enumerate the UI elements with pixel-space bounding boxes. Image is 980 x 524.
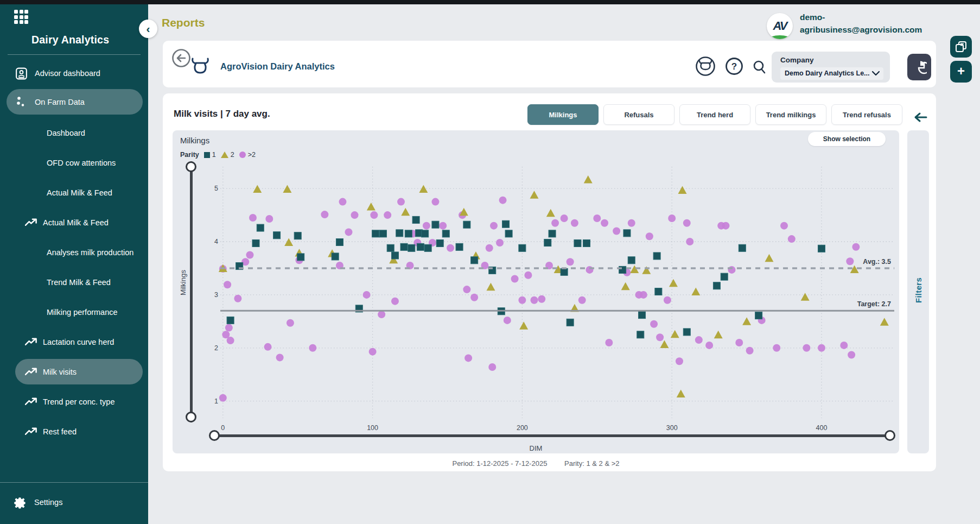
- sidebar-item-analyses-milk-production[interactable]: Analyses milk production: [0, 237, 148, 267]
- sidebar-item-rest-feed[interactable]: Rest feed: [0, 416, 148, 446]
- tab-refusals[interactable]: Refusals: [603, 104, 674, 125]
- y-slider-handle-bottom[interactable]: [186, 412, 196, 422]
- sidebar-item-trend-milk-feed[interactable]: Trend Milk & Feed: [0, 267, 148, 297]
- report-tabs: MilkingsRefusalsTrend herdTrend milkings…: [527, 104, 902, 125]
- back-arrow-icon[interactable]: [171, 48, 191, 68]
- sidebar-item-label: Milking performance: [47, 308, 118, 317]
- report-card: Milk visits | 7 day avg. MilkingsRefusal…: [163, 93, 936, 471]
- dots-icon: [14, 96, 28, 108]
- window-top-strip: [0, 0, 980, 4]
- tab-trend-herd[interactable]: Trend herd: [679, 104, 750, 125]
- sidebar-item-on-farm-data[interactable]: On Farm Data: [7, 89, 143, 115]
- x-slider-handle-left[interactable]: [209, 430, 220, 441]
- sidebar-item-actual-milk-feed[interactable]: Actual Milk & Feed: [0, 178, 148, 207]
- sidebar-divider: [8, 54, 141, 55]
- sidebar-item-label: OFD cow attentions: [47, 159, 116, 167]
- square-marker-swatch: [204, 152, 210, 158]
- svg-text:400: 400: [816, 424, 828, 432]
- chart-panel: Milkings Show selection Parity 12>2 Milk…: [173, 130, 899, 453]
- trend-icon: [24, 427, 38, 436]
- legend-item-parity-1: 1: [204, 151, 216, 159]
- toolbar-card: AgroVision Dairy Analytics ? Company Dem…: [163, 41, 936, 87]
- sidebar-item-trend-per-conc-type[interactable]: Trend per conc. type: [0, 387, 148, 416]
- sidebar-item-lactation-curve-herd[interactable]: Lactation curve herd: [0, 327, 148, 357]
- x-range-slider[interactable]: [214, 434, 890, 437]
- chart-legend: Parity 12>2: [180, 151, 256, 159]
- series-parity-2-points: [219, 175, 889, 397]
- sidebar-item-label: Trend per conc. type: [43, 397, 114, 406]
- user-email[interactable]: demo- agribusiness@agrovision.com: [800, 11, 941, 36]
- sidebar-item-milk-visits[interactable]: Milk visits: [15, 359, 143, 384]
- footer-parity: Parity: 1 & 2 & >2: [564, 459, 620, 468]
- pie-chart-button[interactable]: [907, 54, 931, 80]
- svg-text:300: 300: [666, 424, 678, 432]
- sidebar-item-dashboard[interactable]: Dashboard: [0, 118, 148, 148]
- target-line-label: Target: 2.7: [857, 300, 891, 308]
- sidebar-item-label: Rest feed: [43, 427, 77, 436]
- footer-period: Period: 1-12-2025 - 7-12-2025: [452, 459, 547, 468]
- sidebar-item-milking-performance[interactable]: Milking performance: [0, 297, 148, 327]
- tab-milkings[interactable]: Milkings: [527, 104, 599, 125]
- svg-text:100: 100: [367, 424, 378, 432]
- gear-icon: [13, 495, 27, 510]
- tab-trend-refusals[interactable]: Trend refusals: [831, 104, 902, 125]
- sidebar-item-label: Milk visits: [43, 368, 77, 376]
- x-axis-label: DIM: [173, 444, 899, 452]
- chart-footer: Period: 1-12-2025 - 7-12-2025 Parity: 1 …: [173, 459, 899, 468]
- svg-text:?: ?: [731, 61, 737, 72]
- y-range-slider[interactable]: [190, 161, 193, 422]
- circle-marker-swatch: [239, 151, 246, 158]
- help-icon[interactable]: ?: [724, 56, 744, 78]
- avatar-initials: AV: [773, 19, 787, 33]
- report-pages-button[interactable]: [950, 36, 972, 58]
- sidebar-item-advisor-dashboard[interactable]: Advisor dashboard: [0, 61, 148, 86]
- company-label: Company: [780, 56, 883, 64]
- sidebar-item-ofd-cow-attentions[interactable]: OFD cow attentions: [0, 148, 148, 178]
- page-title: Reports: [162, 16, 205, 29]
- sidebar-item-label: Lactation curve herd: [43, 338, 114, 346]
- sidebar-item-label: Dashboard: [47, 129, 85, 137]
- chart-title: Milkings: [180, 136, 209, 145]
- sidebar-item-label: Actual Milk & Feed: [43, 218, 109, 227]
- trend-icon: [24, 338, 38, 346]
- y-axis-label: Milkings: [179, 242, 187, 324]
- filters-expand-arrow-icon[interactable]: [913, 111, 927, 125]
- legend-item-label: >2: [248, 151, 256, 159]
- company-dropdown[interactable]: Company Demo Dairy Analytics Le...: [772, 52, 890, 83]
- add-button[interactable]: +: [950, 61, 972, 83]
- triangle-marker-swatch: [221, 151, 228, 158]
- sidebar-item-label: Advisor dashboard: [35, 69, 100, 78]
- trend-icon: [24, 397, 38, 406]
- sidebar-collapse-button[interactable]: ‹: [139, 20, 157, 38]
- legend-item-parity-2: 2: [221, 151, 234, 159]
- sidebar-item-label: Trend Milk & Feed: [47, 278, 111, 287]
- y-slider-handle-top[interactable]: [186, 161, 196, 172]
- herd-cow-icon[interactable]: [695, 55, 716, 79]
- avg-line-label: Avg.: 3.5: [863, 258, 891, 266]
- app-grid-icon[interactable]: [14, 10, 29, 25]
- filters-label: Filters: [914, 250, 923, 331]
- trend-icon: [24, 368, 38, 376]
- sidebar-item-label: On Farm Data: [35, 98, 85, 106]
- legend-item-parity-gt2: >2: [239, 151, 256, 159]
- tab-trend-milkings[interactable]: Trend milkings: [755, 104, 826, 125]
- sidebar-item-settings[interactable]: Settings: [0, 490, 148, 515]
- filters-rail[interactable]: Filters: [907, 130, 929, 453]
- report-title: Milk visits | 7 day avg.: [174, 109, 270, 119]
- legend-item-label: 2: [231, 151, 234, 159]
- badge-icon: [14, 67, 28, 80]
- sidebar-nav: Advisor dashboardOn Farm DataDashboardOF…: [0, 61, 148, 446]
- svg-text:200: 200: [517, 424, 528, 432]
- sidebar-item-label: Analyses milk production: [47, 248, 133, 257]
- show-selection-button[interactable]: Show selection: [808, 132, 886, 146]
- svg-text:3: 3: [214, 291, 218, 299]
- cow-head-icon: [189, 57, 212, 79]
- svg-text:0: 0: [221, 424, 225, 432]
- sidebar-item-actual-milk-feed[interactable]: Actual Milk & Feed: [0, 207, 148, 237]
- app-title: AgroVision Dairy Analytics: [220, 61, 335, 72]
- search-icon[interactable]: [752, 60, 767, 77]
- svg-text:1: 1: [214, 397, 218, 405]
- settings-label: Settings: [34, 498, 62, 507]
- avatar[interactable]: AV: [767, 13, 793, 39]
- x-slider-handle-right[interactable]: [884, 430, 895, 441]
